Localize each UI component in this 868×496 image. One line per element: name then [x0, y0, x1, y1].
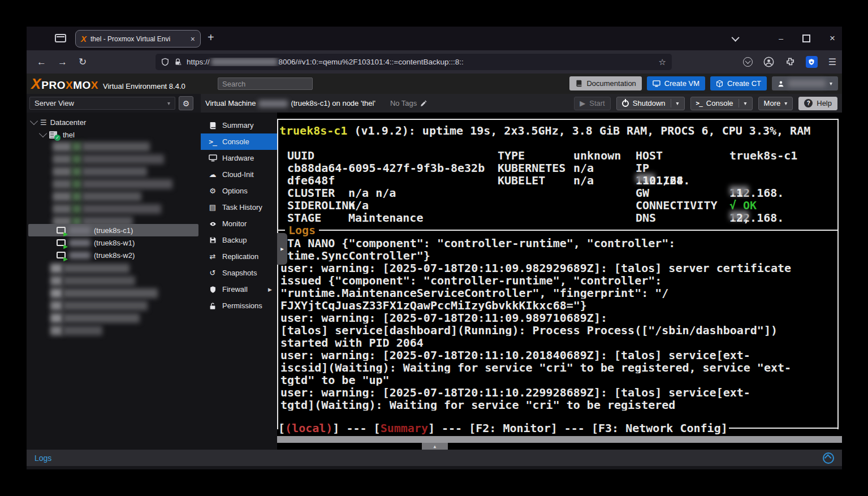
maximize-button[interactable] [802, 34, 810, 42]
browser-toolbar-icons: ☰ [743, 50, 836, 74]
search-input[interactable] [218, 77, 313, 90]
user-menu-button[interactable]: ▾ [772, 76, 838, 90]
menu-item-task-history[interactable]: ▤Task History [201, 199, 277, 215]
console-info-row: STAGE Maintenance DNS 192.168..2, [277, 211, 842, 223]
minimize-button[interactable]: – [779, 34, 783, 43]
redacted-vm-id [258, 100, 288, 107]
reload-button[interactable]: ↻ [79, 50, 87, 74]
shutdown-button[interactable]: Shutdown▾ [616, 97, 685, 110]
forward-button[interactable]: → [58, 50, 67, 74]
create-vm-button[interactable]: Create VM [647, 76, 705, 90]
console-info-row: cb88da64-6095-427f-9f3b-8e32b KUBERNETES… [277, 161, 842, 174]
menu-item-hardware[interactable]: Hardware [201, 150, 277, 166]
expand-logs-icon[interactable] [823, 452, 834, 464]
tab-title: thel - Proxmox Virtual Envi [90, 35, 188, 43]
tree-item-datacenter[interactable]: ☰ Datacenter [31, 116, 86, 128]
tree-item-vm-truek8s-w2[interactable]: (truek8s-w2) [28, 249, 198, 261]
redacted-tree-row[interactable] [50, 313, 140, 323]
menu-item-cloud-init[interactable]: ☁Cloud-Init [201, 166, 277, 183]
redacted-username [788, 80, 826, 87]
pocket-icon[interactable] [743, 57, 753, 67]
logs-panel-label[interactable]: Logs [34, 454, 51, 463]
create-ct-button[interactable]: Create CT [710, 76, 767, 90]
start-button[interactable]: ▶Start [574, 97, 610, 110]
redacted-tree-row[interactable] [53, 154, 164, 164]
redacted-tree-row[interactable] [53, 192, 141, 201]
lock-warning-icon[interactable] [174, 58, 182, 66]
redacted-tree-row[interactable] [50, 264, 129, 273]
back-button[interactable]: ← [37, 50, 46, 74]
resource-tree: ☰ Datacenter thel (truek8s-c1) (truek8s-… [27, 113, 201, 450]
menu-item-replication[interactable]: ⇄Replication [201, 248, 277, 265]
redacted-tree-row[interactable] [53, 179, 172, 189]
firefox-view-icon[interactable] [55, 34, 66, 42]
browser-tab[interactable]: X thel - Proxmox Virtual Envi × [75, 30, 201, 48]
horizontal-scrollbar[interactable] [277, 436, 842, 443]
chevron-down-icon[interactable]: ▾ [676, 100, 679, 106]
window-controls: – × [733, 27, 835, 50]
menu-item-permissions[interactable]: Permissions [201, 297, 277, 314]
proxmox-x-logo-icon: X [31, 76, 41, 91]
tab-list-chevron-icon[interactable] [732, 34, 740, 42]
chevron-down-icon[interactable]: ▾ [744, 100, 747, 106]
redacted-tree-row[interactable] [53, 142, 150, 152]
collapse-caret-icon[interactable] [39, 130, 47, 137]
shield-icon [209, 286, 217, 294]
menu-item-options[interactable]: ⚙Options [201, 183, 277, 199]
bookmark-star-icon[interactable]: ☆ [659, 57, 666, 67]
tab-close-icon[interactable]: × [191, 34, 195, 44]
tracking-shield-icon [161, 58, 169, 66]
url-bar[interactable]: https://8006/#v1:0:=qemu%2F103101:4::=co… [156, 54, 672, 70]
floppy-icon [209, 236, 217, 244]
menu-item-snapshots[interactable]: ↺Snapshots [201, 265, 277, 281]
menu-item-monitor[interactable]: Monitor [201, 215, 277, 232]
redacted-tree-row[interactable] [50, 326, 102, 335]
close-window-button[interactable]: × [830, 33, 835, 44]
edit-tags-pencil-icon[interactable] [420, 100, 427, 107]
account-icon[interactable] [763, 57, 774, 67]
tree-item-vm-truek8s-c1[interactable]: (truek8s-c1) [28, 224, 198, 236]
redacted-host [211, 58, 278, 66]
redacted-tree-row[interactable] [50, 301, 148, 310]
console-info-row: dfe648f KUBELET n/a 192.168..101/24 [277, 174, 842, 186]
menu-item-backup[interactable]: Backup [201, 232, 277, 248]
vnc-console[interactable]: truek8s-c1 (v1.9.2): uptime 19s, 2x3.5GH… [277, 113, 842, 450]
window-bottom-strip [27, 466, 842, 469]
help-button[interactable]: ?Help [798, 97, 837, 110]
more-button[interactable]: More▾ [758, 97, 793, 110]
vm-title: Virtual Machine(truek8s-c1) on node 'the… [205, 99, 375, 107]
console-button[interactable]: >_Console▾ [690, 97, 753, 110]
novnc-control-bar-handle[interactable]: ▶ [277, 233, 287, 265]
redacted-tree-row[interactable] [50, 276, 135, 286]
console-title-line: truek8s-c1 (v1.9.2): uptime 19s, 2x3.5GH… [279, 124, 810, 137]
cube-icon [716, 80, 723, 88]
redacted-tree-row[interactable] [50, 288, 158, 298]
menu-item-firewall[interactable]: Firewall▶ [201, 281, 277, 297]
menu-hamburger-icon[interactable]: ☰ [828, 57, 836, 67]
password-manager-extension-icon[interactable] [806, 56, 818, 68]
console-info-row: CLUSTER n/a n/a GW 192.168..1 [277, 186, 842, 199]
vm-toolbar: Virtual Machine(truek8s-c1) on node 'the… [201, 94, 842, 113]
vm-running-icon [57, 252, 66, 258]
scrollbar-resize-tab[interactable]: ▲ [422, 443, 448, 450]
cloud-icon: ☁ [208, 170, 218, 179]
collapse-caret-icon[interactable] [30, 117, 38, 125]
documentation-button[interactable]: Documentation [569, 76, 641, 90]
redacted-tree-row[interactable] [53, 204, 161, 214]
redacted-tree-row[interactable] [53, 167, 147, 176]
sidebar-header: Server View ▾ ⚙ [27, 94, 201, 113]
new-tab-button[interactable]: + [208, 31, 214, 44]
menu-item-summary[interactable]: Summary [201, 117, 277, 133]
tree-settings-button[interactable]: ⚙ [179, 96, 193, 110]
history-icon: ↺ [208, 269, 218, 277]
extensions-puzzle-icon[interactable] [785, 57, 795, 67]
terminal-icon: >_ [208, 137, 218, 146]
tree-item-node-thel[interactable]: thel [40, 128, 75, 141]
menu-item-console[interactable]: >_Console [201, 133, 277, 150]
tree-item-vm-truek8s-w1[interactable]: (truek8s-w1) [28, 236, 198, 249]
unlock-icon [209, 302, 217, 310]
bottom-logs-bar[interactable]: Logs [27, 450, 842, 466]
server-view-select[interactable]: Server View ▾ [29, 97, 175, 110]
monitor-icon [209, 154, 217, 162]
proxmox-favicon: X [81, 34, 87, 44]
